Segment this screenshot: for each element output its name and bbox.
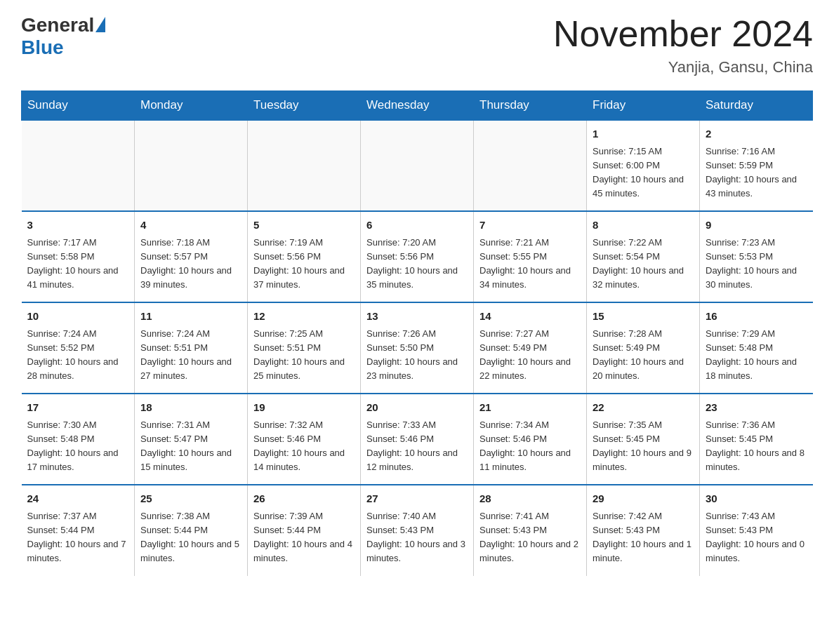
weekday-header-wednesday: Wednesday <box>361 91 474 121</box>
day-number: 17 <box>27 400 129 416</box>
day-number: 6 <box>366 217 468 234</box>
calendar-cell-4-3: 27Sunrise: 7:40 AMSunset: 5:43 PMDayligh… <box>361 485 474 575</box>
day-info: Sunrise: 7:15 AMSunset: 6:00 PMDaylight:… <box>593 145 694 201</box>
week-row-3: 10Sunrise: 7:24 AMSunset: 5:52 PMDayligh… <box>22 302 813 394</box>
calendar-month-year: November 2024 <box>553 14 813 54</box>
day-info: Sunrise: 7:43 AMSunset: 5:43 PMDaylight:… <box>706 509 807 566</box>
day-number: 30 <box>706 491 807 507</box>
calendar-cell-1-0: 3Sunrise: 7:17 AMSunset: 5:58 PMDaylight… <box>22 211 135 302</box>
day-info: Sunrise: 7:20 AMSunset: 5:56 PMDaylight:… <box>366 236 468 293</box>
day-info: Sunrise: 7:35 AMSunset: 5:45 PMDaylight:… <box>593 418 694 475</box>
day-info: Sunrise: 7:31 AMSunset: 5:47 PMDaylight:… <box>140 418 241 475</box>
calendar-cell-0-4 <box>474 120 587 211</box>
week-row-5: 24Sunrise: 7:37 AMSunset: 5:44 PMDayligh… <box>22 485 813 575</box>
calendar-cell-4-0: 24Sunrise: 7:37 AMSunset: 5:44 PMDayligh… <box>22 485 135 575</box>
day-number: 16 <box>706 309 807 325</box>
weekday-header-sunday: Sunday <box>22 91 135 121</box>
day-number: 29 <box>593 491 694 507</box>
weekday-header-friday: Friday <box>587 91 700 121</box>
day-info: Sunrise: 7:38 AMSunset: 5:44 PMDaylight:… <box>140 509 241 566</box>
day-number: 9 <box>706 217 807 234</box>
logo-general-text: General <box>21 14 94 36</box>
day-number: 23 <box>706 400 807 416</box>
weekday-header-monday: Monday <box>135 91 248 121</box>
calendar-cell-4-4: 28Sunrise: 7:41 AMSunset: 5:43 PMDayligh… <box>474 485 587 575</box>
day-info: Sunrise: 7:25 AMSunset: 5:51 PMDaylight:… <box>253 327 355 384</box>
logo-blue-text: Blue <box>21 36 105 59</box>
calendar-cell-0-5: 1Sunrise: 7:15 AMSunset: 6:00 PMDaylight… <box>587 120 700 211</box>
calendar-cell-0-0 <box>22 120 135 211</box>
day-info: Sunrise: 7:26 AMSunset: 5:50 PMDaylight:… <box>366 327 468 384</box>
day-number: 24 <box>27 491 129 507</box>
day-info: Sunrise: 7:30 AMSunset: 5:48 PMDaylight:… <box>27 418 129 475</box>
day-info: Sunrise: 7:34 AMSunset: 5:46 PMDaylight:… <box>479 418 581 475</box>
day-number: 21 <box>479 400 581 416</box>
calendar-cell-4-6: 30Sunrise: 7:43 AMSunset: 5:43 PMDayligh… <box>700 485 813 575</box>
page-header: General Blue November 2024 Yanjia, Gansu… <box>21 14 813 76</box>
calendar-cell-1-5: 8Sunrise: 7:22 AMSunset: 5:54 PMDaylight… <box>587 211 700 302</box>
logo: General Blue <box>21 14 105 59</box>
day-number: 14 <box>479 309 581 325</box>
calendar-cell-3-4: 21Sunrise: 7:34 AMSunset: 5:46 PMDayligh… <box>474 394 587 485</box>
week-row-2: 3Sunrise: 7:17 AMSunset: 5:58 PMDaylight… <box>22 211 813 302</box>
day-number: 2 <box>706 126 807 142</box>
calendar-cell-0-6: 2Sunrise: 7:16 AMSunset: 5:59 PMDaylight… <box>700 120 813 211</box>
day-info: Sunrise: 7:39 AMSunset: 5:44 PMDaylight:… <box>253 509 355 566</box>
weekday-header-row: SundayMondayTuesdayWednesdayThursdayFrid… <box>22 91 813 121</box>
calendar-cell-0-3 <box>361 120 474 211</box>
calendar-cell-1-4: 7Sunrise: 7:21 AMSunset: 5:55 PMDaylight… <box>474 211 587 302</box>
day-number: 12 <box>253 309 355 325</box>
calendar-cell-4-1: 25Sunrise: 7:38 AMSunset: 5:44 PMDayligh… <box>135 485 248 575</box>
day-number: 26 <box>253 491 355 507</box>
day-number: 20 <box>366 400 468 416</box>
day-info: Sunrise: 7:23 AMSunset: 5:53 PMDaylight:… <box>706 236 807 293</box>
day-number: 10 <box>27 309 129 325</box>
calendar-cell-1-2: 5Sunrise: 7:19 AMSunset: 5:56 PMDaylight… <box>248 211 361 302</box>
day-number: 13 <box>366 309 468 325</box>
calendar-cell-4-5: 29Sunrise: 7:42 AMSunset: 5:43 PMDayligh… <box>587 485 700 575</box>
day-number: 3 <box>27 217 129 234</box>
day-info: Sunrise: 7:27 AMSunset: 5:49 PMDaylight:… <box>479 327 581 384</box>
day-number: 1 <box>593 126 694 142</box>
day-info: Sunrise: 7:41 AMSunset: 5:43 PMDaylight:… <box>479 509 581 566</box>
day-info: Sunrise: 7:40 AMSunset: 5:43 PMDaylight:… <box>366 509 468 566</box>
day-info: Sunrise: 7:29 AMSunset: 5:48 PMDaylight:… <box>706 327 807 384</box>
calendar-cell-2-0: 10Sunrise: 7:24 AMSunset: 5:52 PMDayligh… <box>22 302 135 394</box>
calendar-cell-1-1: 4Sunrise: 7:18 AMSunset: 5:57 PMDaylight… <box>135 211 248 302</box>
day-number: 22 <box>593 400 694 416</box>
day-info: Sunrise: 7:28 AMSunset: 5:49 PMDaylight:… <box>593 327 694 384</box>
week-row-4: 17Sunrise: 7:30 AMSunset: 5:48 PMDayligh… <box>22 394 813 485</box>
day-number: 27 <box>366 491 468 507</box>
calendar-cell-3-6: 23Sunrise: 7:36 AMSunset: 5:45 PMDayligh… <box>700 394 813 485</box>
calendar-title-area: November 2024 Yanjia, Gansu, China <box>553 14 813 76</box>
day-number: 7 <box>479 217 581 234</box>
calendar-cell-3-0: 17Sunrise: 7:30 AMSunset: 5:48 PMDayligh… <box>22 394 135 485</box>
day-info: Sunrise: 7:37 AMSunset: 5:44 PMDaylight:… <box>27 509 129 566</box>
week-row-1: 1Sunrise: 7:15 AMSunset: 6:00 PMDaylight… <box>22 120 813 211</box>
calendar-cell-3-5: 22Sunrise: 7:35 AMSunset: 5:45 PMDayligh… <box>587 394 700 485</box>
calendar-cell-3-1: 18Sunrise: 7:31 AMSunset: 5:47 PMDayligh… <box>135 394 248 485</box>
day-info: Sunrise: 7:42 AMSunset: 5:43 PMDaylight:… <box>593 509 694 566</box>
day-info: Sunrise: 7:36 AMSunset: 5:45 PMDaylight:… <box>706 418 807 475</box>
day-info: Sunrise: 7:33 AMSunset: 5:46 PMDaylight:… <box>366 418 468 475</box>
day-info: Sunrise: 7:17 AMSunset: 5:58 PMDaylight:… <box>27 236 129 293</box>
calendar-cell-1-3: 6Sunrise: 7:20 AMSunset: 5:56 PMDaylight… <box>361 211 474 302</box>
day-info: Sunrise: 7:24 AMSunset: 5:51 PMDaylight:… <box>140 327 241 384</box>
day-info: Sunrise: 7:19 AMSunset: 5:56 PMDaylight:… <box>253 236 355 293</box>
weekday-header-thursday: Thursday <box>474 91 587 121</box>
calendar-cell-2-4: 14Sunrise: 7:27 AMSunset: 5:49 PMDayligh… <box>474 302 587 394</box>
calendar-cell-1-6: 9Sunrise: 7:23 AMSunset: 5:53 PMDaylight… <box>700 211 813 302</box>
day-number: 25 <box>140 491 241 507</box>
day-info: Sunrise: 7:21 AMSunset: 5:55 PMDaylight:… <box>479 236 581 293</box>
day-info: Sunrise: 7:22 AMSunset: 5:54 PMDaylight:… <box>593 236 694 293</box>
calendar-cell-2-1: 11Sunrise: 7:24 AMSunset: 5:51 PMDayligh… <box>135 302 248 394</box>
weekday-header-saturday: Saturday <box>700 91 813 121</box>
calendar-cell-2-3: 13Sunrise: 7:26 AMSunset: 5:50 PMDayligh… <box>361 302 474 394</box>
day-number: 19 <box>253 400 355 416</box>
calendar-cell-2-5: 15Sunrise: 7:28 AMSunset: 5:49 PMDayligh… <box>587 302 700 394</box>
day-number: 8 <box>593 217 694 234</box>
day-number: 15 <box>593 309 694 325</box>
calendar-cell-0-1 <box>135 120 248 211</box>
calendar-cell-2-6: 16Sunrise: 7:29 AMSunset: 5:48 PMDayligh… <box>700 302 813 394</box>
day-info: Sunrise: 7:16 AMSunset: 5:59 PMDaylight:… <box>706 145 807 201</box>
